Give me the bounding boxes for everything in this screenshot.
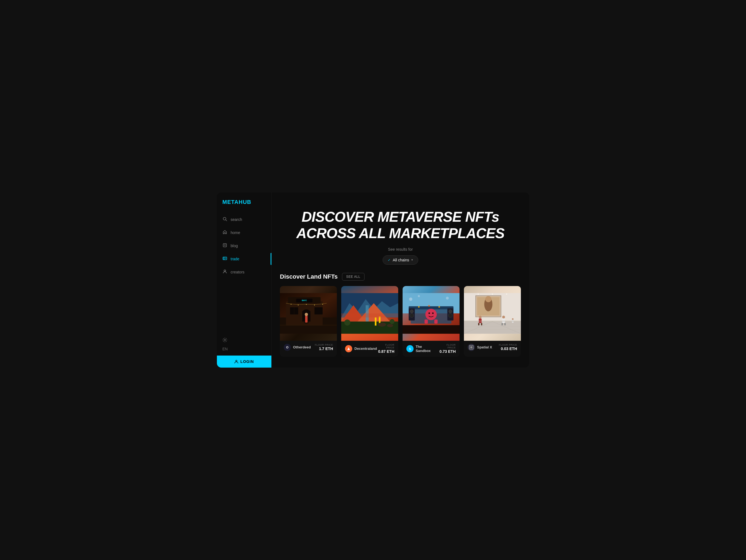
svg-rect-20 xyxy=(314,307,323,314)
svg-point-93 xyxy=(512,318,514,320)
otherdeed-floor-price: FLOOR PRICE 1.7 ETH xyxy=(315,344,333,351)
svg-rect-94 xyxy=(512,320,514,322)
section-title: Discover Land NFTs xyxy=(280,273,338,280)
sandbox-floor-value: 0.73 ETH xyxy=(439,349,456,354)
chain-selector-button[interactable]: ✓ All chains ▾ xyxy=(382,255,418,265)
spatial-marketplace: Spatial X xyxy=(468,344,492,351)
svg-point-28 xyxy=(314,305,315,305)
svg-text:O: O xyxy=(286,346,289,349)
svg-point-83 xyxy=(485,296,491,302)
sidebar-item-trade[interactable]: trade xyxy=(217,253,271,265)
svg-point-44 xyxy=(387,324,393,327)
nft-card-spatial[interactable]: Spatial X FLOOR PRICE 0.03 ETH xyxy=(464,286,521,357)
hero-results-label: See results for xyxy=(283,247,518,252)
sidebar-bottom: EN xyxy=(217,333,271,356)
hero-line1: DISCOVER METAVERSE NFTs xyxy=(283,209,518,225)
search-icon xyxy=(222,217,227,222)
sandbox-floor-label: FLOOR PRICE xyxy=(438,344,456,349)
sidebar-item-search-label: search xyxy=(231,217,242,222)
svg-point-97 xyxy=(492,293,493,295)
nft-card-otherdeed-footer: O Otherdeed FLOOR PRICE 1.7 ETH xyxy=(280,341,337,354)
otherdeed-floor-label: FLOOR PRICE xyxy=(315,344,333,346)
nft-card-otherdeed[interactable]: BAYC xyxy=(280,286,337,357)
decentraland-name: Decentraland xyxy=(354,347,377,351)
nft-grid: BAYC xyxy=(280,286,521,357)
chain-selector-label: All chains xyxy=(393,258,409,262)
sidebar-item-creators-label: creators xyxy=(231,270,245,274)
hero-section: DISCOVER METAVERSE NFTs ACROSS ALL MARKE… xyxy=(272,193,529,273)
svg-text:S: S xyxy=(409,347,411,351)
hero-title: DISCOVER METAVERSE NFTs ACROSS ALL MARKE… xyxy=(283,209,518,242)
svg-rect-41 xyxy=(375,317,377,325)
svg-point-56 xyxy=(410,314,414,318)
see-all-button[interactable]: SEE ALL xyxy=(342,273,365,281)
sandbox-marketplace: S The Sandbox xyxy=(406,345,438,353)
sandbox-logo: S xyxy=(406,345,413,352)
sidebar-item-blog[interactable]: blog xyxy=(217,240,271,252)
decentraland-floor-price: FLOOR PRICE 0.87 ETH xyxy=(377,344,394,354)
svg-point-58 xyxy=(449,310,452,313)
login-button[interactable]: LOGIN xyxy=(217,356,271,367)
app-logo: METAHUB xyxy=(217,199,271,213)
svg-point-51 xyxy=(446,297,449,299)
sandbox-name: The Sandbox xyxy=(416,345,438,353)
sidebar-item-creators[interactable]: creators xyxy=(217,266,271,278)
svg-point-43 xyxy=(378,322,386,327)
svg-point-59 xyxy=(448,314,452,318)
svg-point-10 xyxy=(224,340,226,341)
svg-rect-101 xyxy=(470,346,472,348)
svg-line-1 xyxy=(226,220,227,221)
sidebar-item-home[interactable]: home xyxy=(217,227,271,239)
creators-icon xyxy=(222,269,227,275)
chain-check-icon: ✓ xyxy=(388,258,391,262)
otherdeed-floor-value: 1.7 ETH xyxy=(319,347,333,351)
svg-point-68 xyxy=(418,306,420,307)
svg-rect-2 xyxy=(223,244,227,247)
decentraland-floor-label: FLOOR PRICE xyxy=(377,344,394,349)
svg-point-26 xyxy=(298,305,298,305)
otherdeed-name: Otherdeed xyxy=(293,345,311,349)
svg-rect-91 xyxy=(501,323,503,325)
spatial-logo xyxy=(468,344,475,351)
nft-card-sandbox-footer: S The Sandbox FLOOR PRICE 0.73 ETH xyxy=(403,341,460,357)
svg-rect-65 xyxy=(425,319,428,324)
svg-point-25 xyxy=(291,304,291,305)
nav-items: search home blog xyxy=(217,213,271,333)
svg-point-29 xyxy=(322,304,323,305)
nft-image-sandbox xyxy=(403,286,460,341)
nft-card-decentraland[interactable]: Decentraland FLOOR PRICE 0.87 ETH xyxy=(341,286,398,357)
svg-rect-88 xyxy=(481,323,482,325)
spatial-floor-label: FLOOR PRICE xyxy=(499,344,517,346)
sidebar-item-search[interactable]: search xyxy=(217,213,271,226)
section-header: Discover Land NFTs SEE ALL xyxy=(280,273,521,281)
language-selector[interactable]: EN xyxy=(222,347,228,351)
nft-image-decentraland xyxy=(341,286,398,341)
nft-card-sandbox[interactable]: S The Sandbox FLOOR PRICE 0.73 ETH xyxy=(403,286,460,357)
svg-point-70 xyxy=(438,306,440,307)
svg-point-40 xyxy=(390,319,395,324)
svg-point-98 xyxy=(506,293,507,295)
svg-rect-90 xyxy=(502,318,505,323)
nft-section: Discover Land NFTs SEE ALL xyxy=(272,273,529,367)
svg-rect-66 xyxy=(434,319,438,324)
otherdeed-logo: O xyxy=(284,344,291,351)
svg-point-49 xyxy=(409,297,412,301)
svg-point-11 xyxy=(235,360,237,361)
main-content: DISCOVER METAVERSE NFTs ACROSS ALL MARKE… xyxy=(272,193,529,367)
svg-rect-86 xyxy=(479,318,482,323)
svg-rect-67 xyxy=(403,325,460,334)
sandbox-floor-price: FLOOR PRICE 0.73 ETH xyxy=(438,344,456,354)
blog-icon xyxy=(222,243,227,248)
svg-rect-24 xyxy=(280,324,337,325)
spatial-floor-value: 0.03 ETH xyxy=(501,347,517,351)
svg-point-9 xyxy=(224,270,226,271)
svg-text:BAYC: BAYC xyxy=(302,299,307,301)
settings-button[interactable] xyxy=(222,337,227,343)
app-window: METAHUB search home xyxy=(217,193,529,367)
svg-rect-75 xyxy=(464,321,521,334)
nft-image-otherdeed: BAYC xyxy=(280,286,337,341)
nft-card-spatial-footer: Spatial X FLOOR PRICE 0.03 ETH xyxy=(464,341,521,354)
svg-point-60 xyxy=(425,309,437,320)
decentraland-floor-value: 0.87 ETH xyxy=(378,349,394,354)
trade-icon xyxy=(222,256,227,262)
